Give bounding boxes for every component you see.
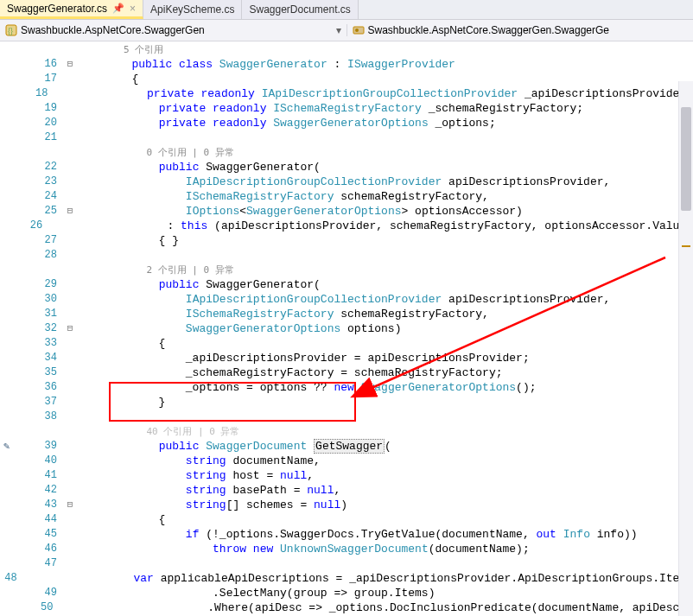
code-line[interactable]: 26 : this (apiDescriptionsProvider, sche… bbox=[0, 219, 693, 234]
line-number: 33 bbox=[21, 337, 62, 352]
code-line[interactable]: 40 string documentName, bbox=[0, 454, 693, 469]
code-line[interactable]: 45 if (!_options.SwaggerDocs.TryGetValue… bbox=[0, 528, 693, 543]
fold-toggle bbox=[62, 234, 78, 249]
line-number: 28 bbox=[21, 249, 62, 264]
edit-marker-icon: ✎ bbox=[3, 440, 10, 453]
code-line[interactable]: 18 private readonly IApiDescriptionGroup… bbox=[0, 87, 693, 102]
fold-toggle[interactable]: ⊟ bbox=[62, 322, 78, 337]
fold-toggle bbox=[62, 337, 78, 352]
fold-toggle bbox=[59, 601, 73, 616]
code-line[interactable]: 47 bbox=[0, 557, 693, 572]
code-line[interactable]: 49 .SelectMany(group => group.Items) bbox=[0, 587, 693, 601]
file-tabs: SwaggerGenerator.cs 📌 × ApiKeyScheme.cs … bbox=[0, 0, 693, 20]
fold-toggle bbox=[62, 410, 78, 425]
codelens[interactable]: 2 个引用 | 0 异常 bbox=[0, 264, 693, 278]
line-number: 38 bbox=[21, 410, 62, 425]
fold-toggle bbox=[62, 352, 78, 366]
code-editor[interactable]: 5 个引用16⊟ public class SwaggerGenerator :… bbox=[0, 41, 693, 616]
fold-toggle bbox=[62, 381, 78, 396]
tab-swaggerdocument[interactable]: SwaggerDocument.cs bbox=[242, 0, 358, 19]
tab-apikeyscheme[interactable]: ApiKeyScheme.cs bbox=[143, 0, 242, 19]
fold-toggle[interactable]: ⊟ bbox=[62, 58, 78, 73]
scrollbar-thumb[interactable] bbox=[681, 107, 691, 211]
line-number: 30 bbox=[21, 293, 62, 308]
codelens[interactable]: 5 个引用 bbox=[0, 43, 693, 58]
tab-swaggergenerator[interactable]: SwaggerGenerator.cs 📌 × bbox=[0, 0, 143, 19]
line-number: 17 bbox=[21, 73, 62, 87]
code-line[interactable]: 38 bbox=[0, 410, 693, 425]
fold-toggle bbox=[62, 469, 78, 484]
line-number: 49 bbox=[21, 587, 62, 601]
code-line[interactable]: 35 _schemaRegistryFactory = schemaRegist… bbox=[0, 366, 693, 381]
code-line[interactable]: 37 } bbox=[0, 396, 693, 410]
fold-toggle bbox=[62, 366, 78, 381]
code-line[interactable]: 41 string host = null, bbox=[0, 469, 693, 484]
code-line[interactable]: 21 bbox=[0, 131, 693, 146]
code-line[interactable]: 33 { bbox=[0, 337, 693, 352]
nav-member-dropdown[interactable]: Swashbuckle.AspNetCore.SwaggerGen.Swagge… bbox=[346, 24, 694, 36]
fold-toggle bbox=[62, 73, 78, 87]
code-line[interactable]: 48 var applicableApiDescriptions = _apiD… bbox=[0, 572, 693, 587]
code-line[interactable]: 50 .Where(apiDesc => _options.DocInclusi… bbox=[0, 601, 693, 616]
code-line[interactable]: 24 ISchemaRegistryFactory schemaRegistry… bbox=[0, 190, 693, 205]
fold-toggle bbox=[62, 117, 78, 131]
code-line[interactable]: 32⊟ SwaggerGeneratorOptions options) bbox=[0, 322, 693, 337]
line-number: 44 bbox=[21, 513, 62, 528]
line-number: 25 bbox=[21, 205, 62, 219]
fold-toggle bbox=[62, 484, 78, 499]
svg-text:{}: {} bbox=[8, 27, 13, 35]
fold-toggle bbox=[62, 557, 78, 572]
pin-icon[interactable]: 📌 bbox=[112, 3, 124, 14]
fold-toggle[interactable]: ⊟ bbox=[62, 205, 78, 219]
codelens[interactable]: 40 个引用 | 0 异常 bbox=[0, 425, 693, 440]
line-number: 21 bbox=[21, 131, 62, 146]
fold-toggle bbox=[62, 190, 78, 205]
fold-toggle bbox=[62, 440, 78, 454]
code-line[interactable]: 31 ISchemaRegistryFactory schemaRegistry… bbox=[0, 308, 693, 322]
line-number: 47 bbox=[21, 557, 62, 572]
fold-toggle bbox=[62, 175, 78, 190]
csharp-namespace-icon: {} bbox=[5, 24, 17, 36]
code-line[interactable]: 22 public SwaggerGenerator( bbox=[0, 161, 693, 175]
line-number: 23 bbox=[21, 175, 62, 190]
code-line[interactable]: 29 public SwaggerGenerator( bbox=[0, 278, 693, 293]
line-number: 18 bbox=[17, 87, 53, 102]
code-line[interactable]: 28 bbox=[0, 249, 693, 264]
line-number: 34 bbox=[21, 352, 62, 366]
line-number: 24 bbox=[21, 190, 62, 205]
code-line[interactable]: 42 string basePath = null, bbox=[0, 484, 693, 499]
line-number: 16 bbox=[21, 58, 62, 73]
fold-toggle[interactable]: ⊟ bbox=[62, 499, 78, 513]
code-line[interactable]: 44 { bbox=[0, 513, 693, 528]
nav-type-dropdown[interactable]: {} Swashbuckle.AspNetCore.SwaggerGen ▾ bbox=[0, 24, 346, 36]
fold-toggle bbox=[53, 87, 66, 102]
code-line[interactable]: 23 IApiDescriptionGroupCollectionProvide… bbox=[0, 175, 693, 190]
line-number: 42 bbox=[21, 484, 62, 499]
code-line[interactable]: 30 IApiDescriptionGroupCollectionProvide… bbox=[0, 293, 693, 308]
code-line[interactable]: 43⊟ string[] schemes = null) bbox=[0, 499, 693, 513]
code-line[interactable]: 16⊟ public class SwaggerGenerator : ISwa… bbox=[0, 58, 693, 73]
fold-toggle bbox=[48, 219, 59, 234]
code-line[interactable]: 25⊟ IOptions<SwaggerGeneratorOptions> op… bbox=[0, 205, 693, 219]
line-number: 29 bbox=[21, 278, 62, 293]
method-icon bbox=[353, 24, 365, 36]
code-line[interactable]: ✎39 public SwaggerDocument GetSwagger( bbox=[0, 440, 693, 454]
fold-toggle bbox=[62, 528, 78, 543]
navigation-bar: {} Swashbuckle.AspNetCore.SwaggerGen ▾ S… bbox=[0, 20, 693, 41]
line-number: 35 bbox=[21, 366, 62, 381]
codelens[interactable]: 0 个引用 | 0 异常 bbox=[0, 146, 693, 161]
line-number: 27 bbox=[21, 234, 62, 249]
fold-toggle bbox=[62, 543, 78, 557]
code-line[interactable]: 17 { bbox=[0, 73, 693, 87]
code-line[interactable]: 34 _apiDescriptionsProvider = apiDescrip… bbox=[0, 352, 693, 366]
code-line[interactable]: 46 throw new UnknownSwaggerDocument(docu… bbox=[0, 543, 693, 557]
close-icon[interactable]: × bbox=[130, 3, 136, 15]
line-number: 39 bbox=[21, 440, 62, 454]
code-line[interactable]: 19 private readonly ISchemaRegistryFacto… bbox=[0, 102, 693, 117]
code-line[interactable]: 20 private readonly SwaggerGeneratorOpti… bbox=[0, 117, 693, 131]
code-line[interactable]: 27 { } bbox=[0, 234, 693, 249]
code-line[interactable]: 36 _options = options ?? new SwaggerGene… bbox=[0, 381, 693, 396]
fold-toggle bbox=[62, 249, 78, 264]
line-number: 26 bbox=[16, 219, 48, 234]
vertical-scrollbar[interactable] bbox=[678, 81, 693, 616]
